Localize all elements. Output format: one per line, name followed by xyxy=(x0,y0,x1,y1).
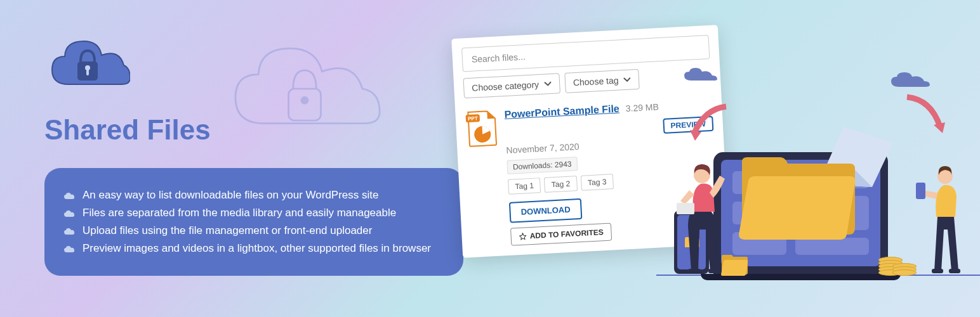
background-cloud-icon xyxy=(209,25,400,152)
tag-select[interactable]: Choose tag xyxy=(564,69,640,93)
chevron-down-icon xyxy=(544,81,552,87)
cloud-bullet-icon xyxy=(63,191,75,200)
folder-icon xyxy=(736,152,856,241)
tag-chip[interactable]: Tag 2 xyxy=(544,176,578,193)
add-favorites-button[interactable]: ADD TO FAVORITES xyxy=(510,223,612,245)
svg-rect-9 xyxy=(677,203,694,214)
tag-chip[interactable]: Tag 1 xyxy=(508,178,541,195)
feature-item: Upload files using the file management o… xyxy=(63,224,444,237)
cloud-bullet-icon xyxy=(63,227,75,235)
tag-chip[interactable]: Tag 3 xyxy=(581,174,614,191)
svg-rect-13 xyxy=(916,183,925,199)
feature-item: An easy way to list downloadable files o… xyxy=(63,189,444,202)
feature-item: Preview images and videos in a lightbox,… xyxy=(63,242,444,255)
person-left-illustration xyxy=(669,147,745,274)
file-name-link[interactable]: PowerPoint Sample File xyxy=(504,103,619,120)
feature-text: Preview images and videos in a lightbox,… xyxy=(83,242,431,255)
feature-item: Files are separated from the media libra… xyxy=(63,207,444,219)
svg-rect-0 xyxy=(289,89,321,120)
logo-cloud-lock-icon xyxy=(44,29,130,98)
cloud-bullet-icon xyxy=(63,245,75,253)
svg-rect-4 xyxy=(86,69,89,75)
feature-text: Files are separated from the media libra… xyxy=(83,207,396,219)
svg-rect-15 xyxy=(949,269,960,273)
features-box: An easy way to list downloadable files o… xyxy=(44,168,463,276)
star-icon xyxy=(519,232,527,240)
add-favorites-label: ADD TO FAVORITES xyxy=(529,228,604,240)
svg-rect-11 xyxy=(708,269,721,273)
cloud-bullet-icon xyxy=(63,209,75,217)
tag-label: Choose tag xyxy=(573,75,619,88)
category-select[interactable]: Choose category xyxy=(463,73,560,98)
coins-illustration xyxy=(878,247,917,276)
page-title: Shared Files xyxy=(44,114,211,146)
svg-point-1 xyxy=(301,96,309,105)
ppt-file-icon: PPT xyxy=(465,110,498,148)
category-label: Choose category xyxy=(472,79,540,93)
feature-text: Upload files using the file management o… xyxy=(83,224,372,237)
svg-text:PPT: PPT xyxy=(468,115,478,122)
svg-rect-14 xyxy=(932,269,943,273)
svg-rect-10 xyxy=(688,269,701,273)
chevron-down-icon xyxy=(623,77,631,82)
feature-text: An easy way to list downloadable files o… xyxy=(83,189,378,202)
person-right-illustration xyxy=(913,147,977,274)
download-count: Downloads: 2943 xyxy=(507,157,578,174)
illustration xyxy=(631,63,967,298)
